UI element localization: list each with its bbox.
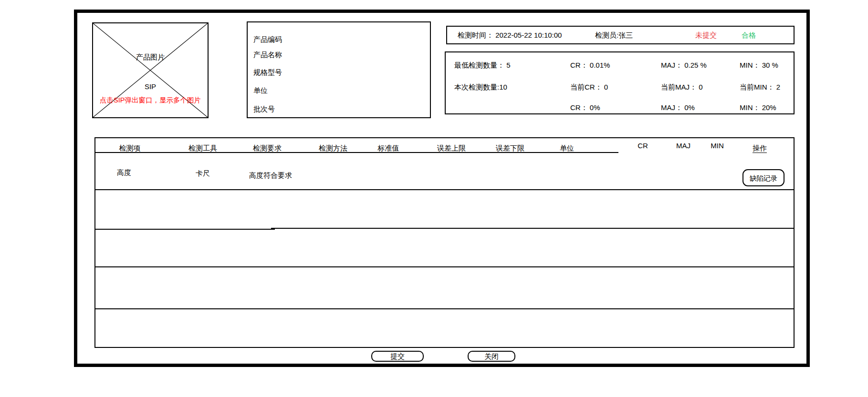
field-label-batch-number: 批次号 (253, 104, 275, 114)
row-separator (95, 229, 275, 230)
stat-current-maj: 当前MAJ： 0 (661, 82, 703, 92)
row1-cell-tool: 卡尺 (196, 169, 210, 178)
stat-current-min: 当前MIN： 2 (740, 82, 780, 92)
status-qualified-badge: 合格 (742, 27, 756, 43)
product-image-label: 产品图片 (93, 53, 208, 62)
stat-min-rate: MIN： 20% (740, 103, 776, 112)
status-unsubmitted-badge: 未提交 (695, 27, 717, 43)
row-separator (95, 308, 794, 309)
field-label-product-code: 产品编码 (253, 35, 282, 44)
stat-min-limit: MIN： 30 % (740, 61, 778, 70)
inspection-stats-box: 最低检测数量： 5 CR： 0.01% MAJ： 0.25 % MIN： 30 … (445, 51, 795, 114)
inspection-dialog-page: 产品图片 SIP 点击SIP弹出窗口，显示多个图片 产品编码 产品名称 规格型号… (0, 0, 868, 397)
header-separator-line (95, 152, 618, 153)
product-image-placeholder[interactable]: 产品图片 SIP 点击SIP弹出窗口，显示多个图片 (92, 22, 209, 118)
inspector-name: 检测员:张三 (595, 27, 633, 43)
field-label-spec-model: 规格型号 (253, 68, 282, 77)
row1-cell-requirement: 高度符合要求 (249, 171, 292, 180)
col-header-maj: MAJ (676, 142, 690, 150)
stat-cr-limit: CR： 0.01% (570, 61, 610, 70)
stat-maj-limit: MAJ： 0.25 % (661, 61, 707, 70)
close-button[interactable]: 关闭 (468, 351, 515, 362)
field-label-unit: 单位 (253, 86, 268, 95)
inspection-table: 检测项 检测工具 检测要求 检测方法 标准值 误差上限 误差下限 单位 CR M… (94, 137, 795, 348)
col-header-cr: CR (638, 142, 648, 150)
col-header-min: MIN (711, 142, 724, 150)
row-separator (271, 228, 794, 229)
inspection-time: 检测时间： 2022-05-22 10:10:00 (458, 27, 562, 43)
stat-maj-rate: MAJ： 0% (661, 103, 695, 112)
inspection-info-box: 检测时间： 2022-05-22 10:10:00 检测员:张三 未提交 合格 (446, 26, 795, 44)
stat-cr-rate: CR： 0% (570, 103, 600, 112)
row-separator (95, 189, 794, 190)
stat-current-cr: 当前CR： 0 (570, 82, 608, 92)
stat-current-inspect-qty: 本次检测数量:10 (454, 82, 507, 92)
row-separator (95, 266, 794, 267)
submit-button[interactable]: 提交 (371, 351, 424, 362)
sip-note-text: 点击SIP弹出窗口，显示多个图片 (93, 96, 208, 105)
product-fields-box: 产品编码 产品名称 规格型号 单位 批次号 (247, 21, 431, 118)
stat-min-inspect-qty: 最低检测数量： 5 (454, 61, 511, 70)
row1-cell-item: 高度 (117, 168, 131, 177)
sip-link[interactable]: SIP (93, 82, 208, 91)
col-header-action: 操作 (753, 144, 767, 153)
defect-record-button[interactable]: 缺陷记录 (743, 169, 784, 186)
field-label-product-name: 产品名称 (253, 50, 282, 60)
